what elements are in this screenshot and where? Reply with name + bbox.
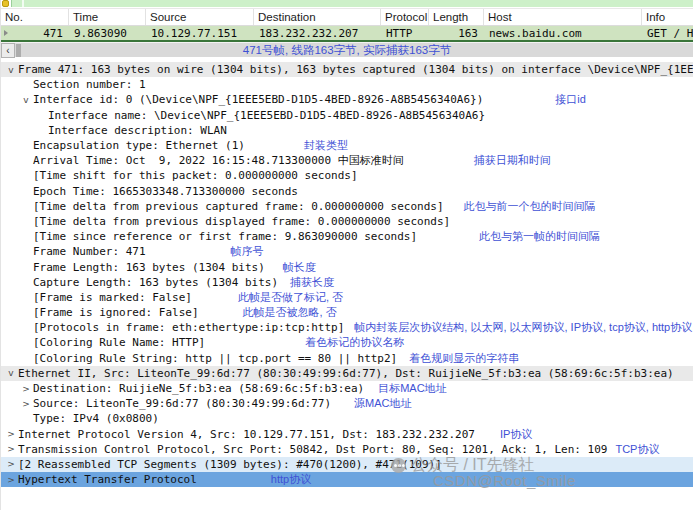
- packet-detail-row[interactable]: >Internet Protocol Version 4, Src: 10.12…: [1, 427, 693, 442]
- column-header-source[interactable]: Source: [146, 9, 254, 25]
- packet-detail-row[interactable]: [Time shift for this packet: 0.000000000…: [1, 168, 693, 183]
- detail-text: [Time since reference or first frame: 9.…: [33, 230, 417, 243]
- detail-text: Section number: 1: [33, 78, 146, 91]
- detail-text: Epoch Time: 1665303348.713300000 seconds: [33, 185, 298, 198]
- packet-cell-no: 471: [1, 27, 69, 40]
- chinese-annotation: 此包与第一帧的时间间隔: [479, 229, 600, 244]
- column-header-time[interactable]: Time: [69, 9, 146, 25]
- toggle-expanded-icon[interactable]: v: [4, 368, 18, 378]
- filter-bookmark-icon[interactable]: [2, 0, 9, 7]
- packet-detail-row[interactable]: [Frame is ignored: False]此帧是否被忽略, 否: [1, 305, 693, 320]
- detail-text: Internet Protocol Version 4, Src: 10.129…: [18, 428, 475, 441]
- chinese-annotation: 源MAC地址: [354, 396, 411, 411]
- packet-detail-row[interactable]: Section number: 1: [1, 77, 693, 92]
- filter-divider: [22, 0, 24, 7]
- packet-detail-row[interactable]: [Coloring Rule Name: HTTP]着色标记的协议名称: [1, 335, 693, 350]
- column-header-protocol[interactable]: Protocol: [381, 9, 429, 25]
- packet-detail-row[interactable]: Encapsulation type: Ethernet (1)封装类型: [1, 138, 693, 153]
- chinese-annotation: 此包与前一个包的时间间隔: [464, 199, 596, 214]
- packet-detail-row[interactable]: Capture Length: 163 bytes (1304 bits)捕获长…: [1, 275, 693, 290]
- packet-details-pane: vFrame 471: 163 bytes on wire (1304 bits…: [1, 57, 693, 487]
- packet-detail-row[interactable]: [Time since reference or first frame: 9.…: [1, 229, 693, 244]
- detail-text: [Coloring Rule String: http || tcp.port …: [33, 352, 397, 365]
- chinese-annotation: http协议: [271, 472, 311, 487]
- frame-summary-annotation: 471号帧, 线路163字节, 实际捕获163字节: [1, 43, 693, 58]
- wireshark-window: No.TimeSourceDestinationProtocolLengthHo…: [0, 0, 693, 510]
- packet-detail-row[interactable]: >Transmission Control Protocol, Src Port…: [1, 442, 693, 457]
- column-header-info[interactable]: Info: [642, 9, 693, 25]
- detail-text: Transmission Control Protocol, Src Port:…: [18, 443, 607, 456]
- packet-cell-destination: 183.232.232.207: [254, 27, 381, 40]
- chinese-annotation: 接口id: [555, 92, 586, 107]
- detail-text: Source: LiteonTe_99:6d:77 (80:30:49:99:6…: [33, 397, 331, 410]
- chinese-annotation: TCP协议: [615, 442, 659, 457]
- display-filter-strip: [1, 0, 693, 8]
- column-header-destination[interactable]: Destination: [254, 9, 381, 25]
- packet-detail-row[interactable]: [Time delta from previous captured frame…: [1, 199, 693, 214]
- packet-detail-row[interactable]: >[2 Reassembled TCP Segments (1309 bytes…: [1, 457, 693, 472]
- detail-text: Encapsulation type: Ethernet (1): [33, 139, 245, 152]
- packet-detail-row[interactable]: Type: IPv4 (0x0800): [1, 411, 693, 426]
- packet-detail-row[interactable]: vEthernet II, Src: LiteonTe_99:6d:77 (80…: [1, 366, 693, 381]
- packet-detail-row[interactable]: [Frame is marked: False]此帧是否做了标记, 否: [1, 290, 693, 305]
- detail-text: [Frame is marked: False]: [33, 291, 192, 304]
- packet-detail-row[interactable]: Frame Length: 163 bytes (1304 bits)帧长度: [1, 259, 693, 274]
- detail-text: Capture Length: 163 bytes (1304 bits): [33, 276, 278, 289]
- filter-input[interactable]: [11, 0, 693, 7]
- column-header-host[interactable]: Host: [484, 9, 642, 25]
- detail-text: [Frame is ignored: False]: [33, 306, 199, 319]
- chinese-annotation: 封装类型: [304, 138, 348, 153]
- detail-text: [Time delta from previous displayed fram…: [33, 215, 450, 228]
- packet-detail-row[interactable]: Epoch Time: 1665303348.713300000 seconds: [1, 184, 693, 199]
- toggle-collapsed-icon[interactable]: >: [4, 459, 18, 469]
- packet-detail-row[interactable]: >Hypertext Transfer Protocolhttp协议: [1, 472, 693, 487]
- chinese-annotation: 此帧是否被忽略, 否: [243, 305, 337, 320]
- packet-detail-row[interactable]: vInterface id: 0 (\Device\NPF_{1EEE5EBD-…: [1, 92, 693, 107]
- detail-text: Frame Number: 471: [33, 245, 146, 258]
- column-header-length[interactable]: Length: [429, 9, 484, 25]
- chinese-annotation: 目标MAC地址: [378, 381, 446, 396]
- chinese-annotation: 着色标记的协议名称: [305, 335, 404, 350]
- packet-row-471[interactable]: 4719.86309010.129.77.151183.232.232.207H…: [1, 26, 693, 42]
- detail-text: Arrival Time: Oct 9, 2022 16:15:48.71330…: [33, 153, 404, 168]
- horizontal-scrollbar[interactable]: ‹ 471号帧, 线路163字节, 实际捕获163字节: [1, 42, 693, 57]
- packet-cell-time: 9.863090: [69, 27, 146, 40]
- detail-text: [Coloring Rule Name: HTTP]: [33, 336, 205, 349]
- toggle-collapsed-icon[interactable]: >: [4, 444, 18, 454]
- toggle-expanded-icon[interactable]: v: [4, 65, 18, 75]
- chinese-annotation: 帧序号: [231, 244, 264, 259]
- column-header-no[interactable]: No.: [1, 9, 69, 25]
- packet-detail-row[interactable]: >Source: LiteonTe_99:6d:77 (80:30:49:99:…: [1, 396, 693, 411]
- toggle-collapsed-icon[interactable]: >: [19, 399, 33, 409]
- detail-text: [Time delta from previous captured frame…: [33, 200, 444, 213]
- toggle-collapsed-icon[interactable]: >: [4, 429, 18, 439]
- toggle-expanded-icon[interactable]: v: [19, 95, 33, 105]
- packet-detail-row[interactable]: vFrame 471: 163 bytes on wire (1304 bits…: [1, 62, 693, 77]
- packet-detail-row[interactable]: Frame Number: 471帧序号: [1, 244, 693, 259]
- toggle-collapsed-icon[interactable]: >: [19, 384, 33, 394]
- packet-cell-info: GET / HTT: [642, 27, 693, 40]
- chinese-annotation: 此帧是否做了标记, 否: [238, 290, 343, 305]
- detail-text: Interface description: WLAN: [48, 124, 227, 137]
- detail-text: Interface id: 0 (\Device\NPF_{1EEE5EBD-D…: [33, 93, 483, 106]
- packet-detail-row[interactable]: Arrival Time: Oct 9, 2022 16:15:48.71330…: [1, 153, 693, 168]
- packet-detail-row[interactable]: [Protocols in frame: eth:ethertype:ip:tc…: [1, 320, 693, 335]
- packet-detail-row[interactable]: Interface name: \Device\NPF_{1EEE5EBD-D1…: [1, 108, 693, 123]
- chinese-annotation: 帧长度: [283, 260, 316, 275]
- packet-detail-row[interactable]: [Time delta from previous displayed fram…: [1, 214, 693, 229]
- detail-text: [Time shift for this packet: 0.000000000…: [33, 169, 358, 182]
- detail-text: Destination: RuijieNe_5f:b3:ea (58:69:6c…: [33, 382, 364, 395]
- packet-cell-host: news.baidu.com: [484, 27, 642, 40]
- detail-text: [2 Reassembled TCP Segments (1309 bytes)…: [18, 458, 442, 471]
- packet-detail-row[interactable]: Interface description: WLAN: [1, 123, 693, 138]
- packet-detail-row[interactable]: >Destination: RuijieNe_5f:b3:ea (58:69:6…: [1, 381, 693, 396]
- chinese-annotation: 捕获日期和时间: [474, 153, 551, 168]
- detail-text: Type: IPv4 (0x0800): [33, 412, 159, 425]
- detail-text: Interface name: \Device\NPF_{1EEE5EBD-D1…: [48, 109, 485, 122]
- detail-text: [Protocols in frame: eth:ethertype:ip:tc…: [33, 321, 344, 334]
- toggle-collapsed-icon[interactable]: >: [4, 475, 18, 485]
- packet-cell-protocol: HTTP: [381, 27, 429, 40]
- packet-detail-row[interactable]: [Coloring Rule String: http || tcp.port …: [1, 351, 693, 366]
- packet-list-header: No.TimeSourceDestinationProtocolLengthHo…: [1, 8, 693, 26]
- chinese-annotation: 帧内封装层次协议结构, 以太网, 以太网协议, IP协议, tcp协议, htt…: [354, 320, 692, 335]
